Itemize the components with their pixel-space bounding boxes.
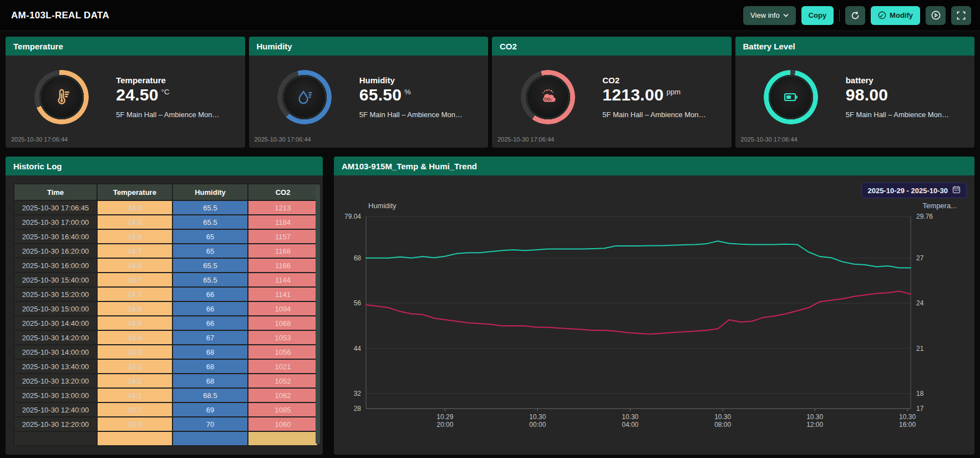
column-header-co2: CO2 xyxy=(248,184,318,200)
log-time-cell: 2025-10-30 13:40:00 xyxy=(14,359,97,374)
bottom-row: Historic Log TimeTemperatureHumidityCO22… xyxy=(6,157,974,455)
temperature-unit: °C xyxy=(161,88,170,96)
log-co2-cell: 1060 xyxy=(248,417,318,431)
gauge-cards-row: Temperature xyxy=(6,37,974,148)
column-header-time: Time xyxy=(14,184,97,200)
log-humidity-cell: 65 xyxy=(172,229,248,244)
log-co2-cell: 1094 xyxy=(248,301,318,316)
log-time-cell: 2025-10-30 14:40:00 xyxy=(14,316,97,330)
log-humidity-cell: 68 xyxy=(172,374,248,388)
temperature-value: 24.50 xyxy=(116,85,159,104)
temperature-card-header: Temperature xyxy=(6,37,245,56)
axis-tick-label: 27 xyxy=(916,254,924,262)
log-time-cell: 2025-10-30 15:00:00 xyxy=(14,301,97,316)
modify-button[interactable]: Modify xyxy=(871,6,920,25)
log-co2-cell: 1141 xyxy=(248,287,318,301)
modify-label: Modify xyxy=(890,11,913,19)
trend-chart-panel: AM103-915M_Temp & Humi_Trend 2025-10-29 … xyxy=(334,157,974,455)
table-header-row: TimeTemperatureHumidityCO2 xyxy=(14,184,318,200)
battery-card-header: Battery Level xyxy=(735,37,975,56)
axis-tick-label: 18 xyxy=(916,390,924,397)
axis-tick-label: 56 xyxy=(354,299,362,307)
log-co2-cell: 1184 xyxy=(248,215,318,229)
log-time-cell: 2025-10-30 13:00:00 xyxy=(14,388,97,402)
battery-icon xyxy=(770,76,812,118)
co2-cloud-icon: CO₂ xyxy=(527,76,569,118)
axis-tick-label: 32 xyxy=(354,390,362,397)
temperature-label: Temperature xyxy=(116,76,238,85)
historic-log-title: Historic Log xyxy=(13,162,62,171)
date-range-picker[interactable]: 2025-10-29 - 2025-10-30 xyxy=(861,183,967,198)
log-temperature-cell: 24.5 xyxy=(97,316,172,330)
log-time-cell: 2025-10-30 13:20:00 xyxy=(14,374,97,388)
fullscreen-button[interactable] xyxy=(951,6,971,25)
log-temperature-cell: 23.7 xyxy=(97,402,172,417)
log-humidity-cell: 65.5 xyxy=(172,200,248,215)
log-time-cell: 2025-10-30 16:20:00 xyxy=(14,244,97,258)
log-temperature-cell: 24.4 xyxy=(97,330,172,345)
co2-label: CO2 xyxy=(602,76,724,85)
log-time-cell: 2025-10-30 12:40:00 xyxy=(14,402,97,417)
log-co2-cell: 1144 xyxy=(248,273,318,287)
log-humidity-cell: 70 xyxy=(172,417,248,431)
log-co2-cell: 1213 xyxy=(248,200,318,215)
log-humidity-cell: 68.5 xyxy=(172,388,248,402)
log-time-cell: 2025-10-30 16:40:00 xyxy=(14,229,97,244)
play-button[interactable] xyxy=(926,6,946,25)
log-co2-cell: 1056 xyxy=(248,345,318,359)
view-info-button[interactable]: View info xyxy=(743,6,796,25)
historic-log-header: Historic Log xyxy=(6,157,323,175)
table-row: 2025-10-30 16:00:0024.865.51166 xyxy=(14,258,318,273)
log-humidity-cell: 67 xyxy=(172,330,248,345)
dashboard-page: AM-103L-REAL DATA View info Copy xyxy=(0,0,980,458)
table-row: 2025-10-30 13:20:0024.2681052 xyxy=(14,374,318,388)
log-humidity-cell: 68 xyxy=(172,345,248,359)
log-time-cell: 2025-10-30 17:06:45 xyxy=(14,200,97,215)
humidity-unit: % xyxy=(404,88,411,96)
log-time-cell: 2025-10-30 15:20:00 xyxy=(14,287,97,301)
top-header-bar: AM-103L-REAL DATA View info Copy xyxy=(0,0,980,31)
axis-tick-label: 28 xyxy=(354,405,362,412)
co2-card: CO2 CO₂ xyxy=(492,37,732,148)
temperature-card-title: Temperature xyxy=(13,42,63,51)
trend-chart-title: AM103-915M_Temp & Humi_Trend xyxy=(342,162,477,171)
axis-tick-label: 68 xyxy=(354,254,362,262)
table-row: 2025-10-30 13:00:0024.168.51062 xyxy=(14,388,318,402)
axis-tick-label: 24 xyxy=(916,299,924,307)
temperature-card: Temperature xyxy=(6,37,245,148)
log-temperature-cell: 24.7 xyxy=(97,244,172,258)
table-row: 2025-10-30 14:00:0024.3681056 xyxy=(14,345,318,359)
fullscreen-icon xyxy=(957,11,966,20)
series-line-humidity xyxy=(366,241,911,268)
log-time-cell: 2025-10-30 15:40:00 xyxy=(14,273,97,287)
log-temperature-cell xyxy=(97,431,172,446)
co2-card-title: CO2 xyxy=(500,42,517,51)
log-time-cell xyxy=(14,431,97,446)
x-axis-label: 10.3000:00 xyxy=(529,413,546,429)
log-temperature-cell: 24.5 xyxy=(97,200,172,215)
battery-gauge xyxy=(764,70,818,124)
table-row: 2025-10-30 15:00:0024.6661094 xyxy=(14,301,318,316)
log-co2-cell: 1168 xyxy=(248,244,318,258)
refresh-button[interactable] xyxy=(845,6,865,25)
log-co2-cell: 1052 xyxy=(248,374,318,388)
log-time-cell: 2025-10-30 17:00:00 xyxy=(14,215,97,229)
copy-button[interactable]: Copy xyxy=(801,6,834,25)
chevron-down-icon xyxy=(783,13,789,17)
table-row: 2025-10-30 14:40:0024.5661068 xyxy=(14,316,318,330)
log-time-cell: 2025-10-30 16:00:00 xyxy=(14,258,97,273)
temperature-timestamp: 2025-10-30 17:06:44 xyxy=(6,136,245,148)
series-line-temperature xyxy=(366,291,911,334)
log-humidity-cell: 65.5 xyxy=(172,273,248,287)
x-axis-label: 10.2920:00 xyxy=(436,413,453,429)
page-title: AM-103L-REAL DATA xyxy=(11,10,109,21)
trend-chart-svg: 79.04685644322829.76272421181710.2920:00… xyxy=(334,175,974,454)
log-temperature-cell: 24.6 xyxy=(97,229,172,244)
temperature-location: 5F Main Hall – Ambience Mon… xyxy=(116,110,238,119)
log-co2-cell: 1085 xyxy=(248,402,318,417)
log-humidity-cell: 66 xyxy=(172,301,248,316)
edit-pencil-icon xyxy=(878,11,886,19)
historic-log-panel: Historic Log TimeTemperatureHumidityCO22… xyxy=(6,157,323,455)
battery-location: 5F Main Hall – Ambience Mon… xyxy=(846,110,968,119)
table-scrollbar[interactable] xyxy=(316,184,320,444)
